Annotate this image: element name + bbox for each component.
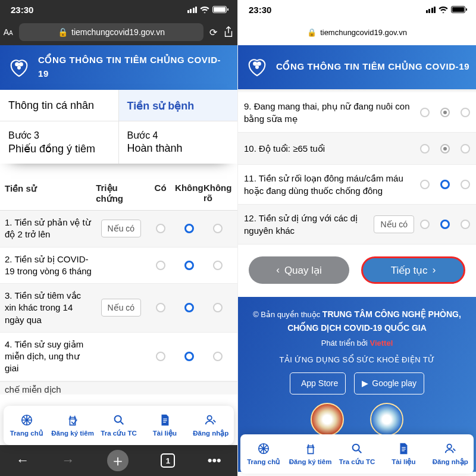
app-bottom-nav: Trang chủ Đăng ký tiêm Tra cứu TC Tài li… [4, 406, 234, 445]
next-button[interactable]: Tiếp tục › [361, 256, 465, 284]
radio-unknown[interactable] [213, 261, 223, 270]
nav-lookup[interactable]: Tra cứu TC [96, 406, 142, 445]
radio-no[interactable] [184, 352, 194, 361]
radio-opt[interactable] [461, 180, 470, 189]
radio-yes[interactable] [156, 352, 165, 361]
radio-unknown[interactable] [213, 224, 223, 233]
radio-unknown[interactable] [213, 352, 223, 361]
url-text: tiemchungcovid19.gov.vn [320, 28, 407, 37]
seal-icon [370, 403, 403, 436]
wizard-step-1[interactable]: Thông tin cá nhân [0, 90, 119, 121]
browser-url-bar: 🔒 tiemchungcovid19.gov.vn [238, 19, 476, 45]
nav-register[interactable]: Đăng ký tiêm [49, 406, 95, 445]
site-title: CỔNG THÔNG TIN TIÊM CHỦNG COVID-19 [276, 60, 469, 74]
svg-point-10 [353, 444, 359, 451]
radio-opt[interactable] [420, 220, 430, 229]
radio-opt[interactable] [440, 108, 450, 117]
reload-icon[interactable]: ⟳ [209, 27, 217, 38]
radio-opt[interactable] [461, 144, 470, 154]
browser-url-bar: AA 🔒 tiemchungcovid19.gov.vn ⟳ [0, 19, 237, 45]
table-row: 3. Tiền sử tiêm vắc xin khác trong 14 ng… [0, 284, 237, 333]
back-button[interactable]: ‹ Quay lại [249, 256, 349, 284]
table-row: 2. Tiền sử bị COVID-19 trong vòng 6 thán… [0, 248, 237, 284]
symptom-input[interactable]: Nếu có [101, 220, 142, 237]
nav-login[interactable]: Đăng nhập [188, 406, 234, 445]
svg-point-7 [258, 62, 261, 65]
radio-opt[interactable] [420, 108, 430, 117]
radio-opt[interactable] [420, 180, 430, 189]
question-list: 9. Đang mang thai, phụ nữ đang nuôi con … [238, 93, 476, 245]
question-row: 11. Tiền sử rối loạn đông máu/cầm máu ho… [238, 165, 476, 205]
back-icon[interactable]: ← [16, 453, 29, 468]
svg-point-5 [208, 416, 212, 420]
table-header: Tiền sử Triệu chứng Có Không Không rõ [0, 177, 237, 211]
wizard-tabs: Thông tin cá nhân Tiền sử bệnh Bước 3 Ph… [0, 90, 237, 164]
share-icon[interactable] [223, 26, 234, 38]
question-row: 12. Tiền sử dị ứng với các dị nguyên khá… [238, 205, 476, 245]
nav-docs[interactable]: Tài liệu [380, 434, 427, 474]
wizard-step-4[interactable]: Bước 4 Hoàn thành [119, 121, 238, 164]
radio-opt[interactable] [440, 220, 450, 229]
site-title: CỔNG THÔNG TIN TIÊM CHỦNG COVID-19 [38, 54, 231, 80]
status-bar: 23:30 [0, 0, 237, 19]
chevron-right-icon: › [433, 264, 436, 276]
wizard-step-3[interactable]: Bước 3 Phiếu đồng ý tiêm [0, 121, 119, 164]
appstore-button[interactable]: App Store [290, 372, 346, 394]
question-row: 9. Đang mang thai, phụ nữ đang nuôi con … [238, 93, 476, 133]
site-logo [6, 54, 32, 80]
signal-icon [426, 7, 436, 13]
nav-docs[interactable]: Tài liệu [142, 406, 187, 445]
svg-point-8 [256, 66, 258, 68]
wifi-icon [200, 5, 209, 15]
radio-no[interactable] [184, 261, 194, 270]
cutoff-text: chế miễn dịch [0, 381, 237, 394]
radio-yes[interactable] [156, 261, 165, 270]
lock-icon: 🔒 [307, 28, 317, 37]
radio-opt[interactable] [461, 220, 470, 229]
nav-login[interactable]: Đăng nhập [427, 434, 474, 474]
nav-home[interactable]: Trang chủ [240, 434, 287, 474]
svg-point-0 [15, 62, 18, 65]
play-icon: ▶ [362, 377, 368, 390]
site-logo [244, 54, 270, 80]
radio-opt[interactable] [461, 108, 470, 117]
nav-register[interactable]: Đăng ký tiêm [287, 434, 333, 474]
status-bar: 23:30 [238, 0, 476, 19]
radio-opt[interactable] [440, 180, 450, 189]
radio-no[interactable] [184, 224, 194, 233]
symptom-input[interactable]: Nếu có [374, 215, 414, 233]
radio-opt[interactable] [420, 144, 430, 154]
radio-unknown[interactable] [213, 303, 223, 312]
radio-no[interactable] [184, 303, 194, 312]
nav-home[interactable]: Trang chủ [4, 406, 49, 445]
symptom-input[interactable]: Nếu có [101, 299, 142, 317]
status-time: 23:30 [11, 5, 33, 15]
url-text: tiemchungcovid19.gov.vn [71, 27, 165, 37]
svg-point-1 [20, 62, 23, 65]
signal-icon [187, 7, 198, 13]
new-tab-button[interactable]: ＋ [107, 450, 129, 471]
svg-point-2 [18, 66, 20, 68]
radio-opt[interactable] [440, 144, 450, 154]
history-table: Tiền sử Triệu chứng Có Không Không rõ 1.… [0, 177, 237, 381]
nav-lookup[interactable]: Tra cứu TC [334, 434, 380, 474]
url-pill[interactable]: 🔒 tiemchungcovid19.gov.vn [19, 23, 204, 41]
safari-toolbar: ← → ＋ 1 ••• [0, 445, 237, 476]
app-bottom-nav: Trang chủ Đăng ký tiêm Tra cứu TC Tài li… [240, 434, 474, 474]
wizard-step-2[interactable]: Tiền sử bệnh [119, 90, 238, 121]
site-header: CỔNG THÔNG TIN TIÊM CHỦNG COVID-19 [238, 45, 476, 89]
googleplay-button[interactable]: ▶ Google play [354, 372, 424, 394]
svg-point-4 [114, 416, 121, 422]
radio-yes[interactable] [156, 303, 165, 312]
menu-icon[interactable]: ••• [208, 453, 221, 468]
battery-icon [212, 6, 227, 13]
forward-icon: → [62, 453, 75, 468]
radio-yes[interactable] [156, 224, 165, 233]
chevron-left-icon: ‹ [276, 264, 280, 276]
svg-point-11 [447, 444, 451, 449]
wifi-icon [439, 5, 448, 15]
action-buttons: ‹ Quay lại Tiếp tục › [238, 245, 476, 297]
url-pill[interactable]: 🔒 tiemchungcovid19.gov.vn [307, 23, 407, 41]
tabs-button[interactable]: 1 [161, 453, 175, 468]
question-row: 10. Độ tuổi: ≥65 tuổi [238, 133, 476, 165]
